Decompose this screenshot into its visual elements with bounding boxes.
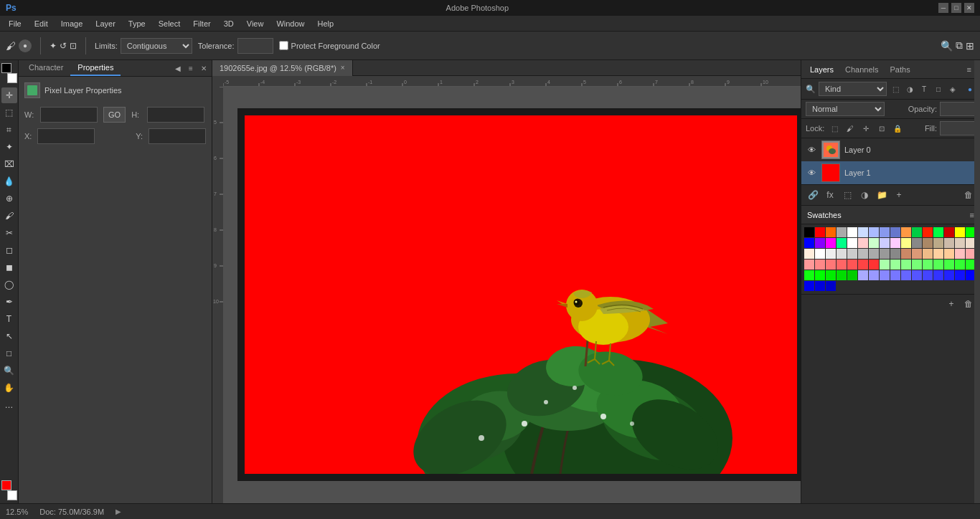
menu-help[interactable]: Help bbox=[312, 18, 340, 29]
create-swatch-btn[interactable]: + bbox=[944, 297, 958, 311]
swatch[interactable] bbox=[826, 270, 836, 280]
burn-tool[interactable]: ◯ bbox=[1, 277, 17, 292]
swatch[interactable] bbox=[955, 260, 965, 270]
x-input[interactable]: 0 in bbox=[37, 128, 95, 144]
menu-view[interactable]: View bbox=[241, 18, 270, 29]
swatch[interactable] bbox=[890, 249, 900, 259]
swatch[interactable] bbox=[923, 260, 933, 270]
swatch[interactable] bbox=[923, 249, 933, 259]
swatch[interactable] bbox=[869, 270, 879, 280]
delete-swatch-btn[interactable]: 🗑 bbox=[961, 297, 976, 311]
layer-item-1[interactable]: 👁 Layer 1 bbox=[801, 161, 980, 184]
swatch[interactable] bbox=[955, 238, 965, 248]
tab-layers[interactable]: Layers bbox=[804, 62, 839, 77]
swatch[interactable] bbox=[880, 260, 890, 270]
swatch[interactable] bbox=[933, 260, 943, 270]
swatch[interactable] bbox=[912, 249, 922, 259]
swatch[interactable] bbox=[804, 281, 814, 291]
swatch[interactable] bbox=[890, 227, 900, 237]
lasso-tool[interactable]: ⌗ bbox=[1, 122, 17, 138]
fg-color-box[interactable] bbox=[1, 480, 11, 490]
swatch[interactable] bbox=[826, 238, 836, 248]
swatch[interactable] bbox=[923, 227, 933, 237]
swatch[interactable] bbox=[815, 238, 825, 248]
swatch[interactable] bbox=[847, 270, 857, 280]
swatch[interactable] bbox=[804, 249, 814, 259]
maximize-btn[interactable]: □ bbox=[951, 3, 961, 13]
swatch[interactable] bbox=[933, 270, 943, 280]
swatch[interactable] bbox=[912, 238, 922, 248]
swatch[interactable] bbox=[837, 238, 847, 248]
filter-adjustment-icon[interactable]: ◑ bbox=[904, 83, 915, 95]
link-layers-btn[interactable]: 🔗 bbox=[806, 188, 820, 202]
swatch[interactable] bbox=[858, 249, 868, 259]
zoom-level-icon[interactable]: ⊞ bbox=[966, 40, 974, 52]
swatch[interactable] bbox=[944, 260, 954, 270]
swatch[interactable] bbox=[826, 260, 836, 270]
filter-pixel-icon[interactable]: ⬚ bbox=[890, 83, 901, 95]
swatch[interactable] bbox=[858, 260, 868, 270]
new-layer-btn[interactable]: + bbox=[892, 188, 906, 202]
swatch[interactable] bbox=[847, 227, 857, 237]
add-style-btn[interactable]: fx bbox=[823, 188, 837, 202]
swatch[interactable] bbox=[912, 260, 922, 270]
move-tool[interactable]: ✛ bbox=[1, 87, 17, 103]
pen-tool[interactable]: ✒ bbox=[1, 294, 17, 310]
swatch[interactable] bbox=[923, 238, 933, 248]
go-button[interactable]: GO bbox=[103, 107, 126, 123]
swatch[interactable] bbox=[804, 260, 814, 270]
swatch[interactable] bbox=[880, 270, 890, 280]
status-arrow[interactable]: ▶ bbox=[116, 508, 121, 515]
filter-type-icon[interactable]: T bbox=[918, 83, 930, 95]
swatch[interactable] bbox=[804, 227, 814, 237]
more-tools[interactable]: … bbox=[1, 397, 17, 413]
swatch[interactable] bbox=[869, 238, 879, 248]
heal-tool[interactable]: ⊕ bbox=[1, 191, 17, 206]
kind-select[interactable]: Kind bbox=[819, 82, 887, 96]
swatch[interactable] bbox=[858, 270, 868, 280]
swatch[interactable] bbox=[826, 281, 836, 291]
swatch[interactable] bbox=[955, 227, 965, 237]
swatch[interactable] bbox=[901, 260, 911, 270]
swatch[interactable] bbox=[880, 238, 890, 248]
swatch[interactable] bbox=[901, 238, 911, 248]
close-btn[interactable]: ✕ bbox=[964, 3, 974, 13]
swatch[interactable] bbox=[901, 270, 911, 280]
fill-input[interactable]: 100% bbox=[940, 121, 976, 135]
swatch[interactable] bbox=[923, 270, 933, 280]
swatch[interactable] bbox=[944, 270, 954, 280]
swatch[interactable] bbox=[847, 260, 857, 270]
swatch[interactable] bbox=[837, 227, 847, 237]
swatch[interactable] bbox=[890, 270, 900, 280]
close-panel-btn[interactable]: ✕ bbox=[199, 63, 209, 73]
swatch[interactable] bbox=[804, 270, 814, 280]
search-icon[interactable]: 🔍 bbox=[941, 40, 953, 52]
eyedropper-tool[interactable]: 💧 bbox=[1, 173, 17, 189]
swatch[interactable] bbox=[869, 249, 879, 259]
minimize-btn[interactable]: ─ bbox=[938, 3, 948, 13]
swatch[interactable] bbox=[815, 270, 825, 280]
screen-mode-icon[interactable]: ⧉ bbox=[956, 39, 963, 52]
swatch[interactable] bbox=[815, 249, 825, 259]
background-color-swatch[interactable] bbox=[7, 73, 17, 83]
swatch[interactable] bbox=[815, 281, 825, 291]
menu-filter[interactable]: Filter bbox=[187, 18, 216, 29]
add-mask-btn[interactable]: ⬚ bbox=[840, 188, 854, 202]
collapse-panel-btn[interactable]: ◀ bbox=[173, 63, 183, 73]
swatch[interactable] bbox=[826, 249, 836, 259]
swatch[interactable] bbox=[933, 249, 943, 259]
swatch[interactable] bbox=[804, 238, 814, 248]
swatch[interactable] bbox=[933, 238, 943, 248]
lock-transparency-icon[interactable]: ⬚ bbox=[829, 123, 840, 134]
swatch[interactable] bbox=[847, 238, 857, 248]
create-fill-btn[interactable]: ◑ bbox=[857, 188, 872, 202]
gradient-tool[interactable]: ◼ bbox=[1, 260, 17, 275]
swatch[interactable] bbox=[837, 260, 847, 270]
menu-3d[interactable]: 3D bbox=[218, 18, 240, 29]
swatch[interactable] bbox=[944, 249, 954, 259]
swatch[interactable] bbox=[869, 227, 879, 237]
new-group-btn[interactable]: 📁 bbox=[875, 188, 889, 202]
tolerance-input[interactable]: 50% bbox=[237, 38, 273, 54]
swatches-scrollbar[interactable] bbox=[974, 60, 980, 503]
protect-fg-checkbox[interactable] bbox=[279, 41, 288, 50]
